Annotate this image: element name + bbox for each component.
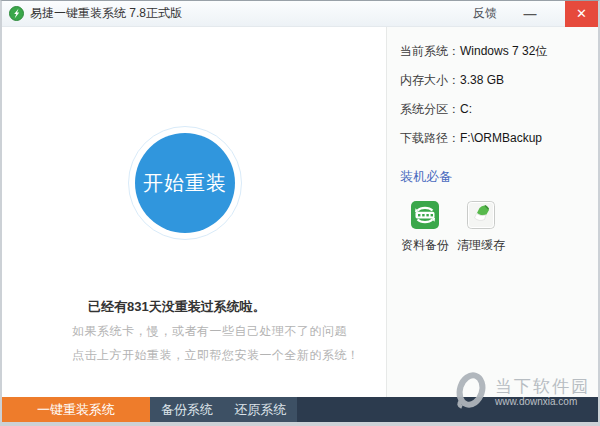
shortcut-label: 资料备份: [400, 237, 450, 254]
info-label: 下载路径：: [400, 131, 460, 145]
essentials-shortcuts: 资料备份 清理缓存: [400, 201, 598, 254]
info-label: 当前系统：: [400, 44, 460, 58]
info-value: 3.38 GB: [460, 73, 504, 87]
tab-backup-system[interactable]: 备份系统: [150, 397, 224, 422]
title-bar: 易捷一键重装系统 7.8正式版 反馈 — ✕: [2, 1, 598, 27]
info-value: C:: [460, 102, 472, 116]
info-row-current-system: 当前系统：Windows 7 32位: [400, 37, 598, 66]
main-area: 开始重装 已经有831天没重装过系统啦。 如果系统卡，慢，或者有一些自己处理不了…: [2, 27, 598, 397]
tab-one-click-reinstall[interactable]: 一键重装系统: [2, 397, 150, 422]
data-backup-icon: [400, 201, 450, 229]
reinstall-panel: 开始重装 已经有831天没重装过系统啦。 如果系统卡，慢，或者有一些自己处理不了…: [2, 27, 386, 397]
window-title: 易捷一键重装系统 7.8正式版: [30, 5, 182, 22]
info-value: F:\ORMBackup: [460, 131, 542, 145]
feedback-button[interactable]: 反馈: [473, 5, 497, 22]
start-reinstall-button[interactable]: 开始重装: [135, 133, 235, 233]
hint-line-2: 点击上方开始重装，立即帮您安装一个全新的系统！: [72, 347, 360, 364]
minimize-button[interactable]: —: [519, 1, 541, 27]
app-logo-icon: [9, 6, 24, 21]
info-row-system-partition: 系统分区：C:: [400, 95, 598, 124]
system-info-panel: 当前系统：Windows 7 32位 内存大小：3.38 GB 系统分区：C: …: [386, 27, 598, 397]
hint-line-1: 如果系统卡，慢，或者有一些自己处理不了的问题: [72, 323, 347, 340]
info-label: 内存大小：: [400, 73, 460, 87]
start-button-ring: 开始重装: [128, 126, 242, 240]
app-window: 易捷一键重装系统 7.8正式版 反馈 — ✕ 开始重装 已经有831天没重装过系…: [0, 0, 600, 426]
days-since-reinstall-text: 已经有831天没重装过系统啦。: [88, 298, 266, 316]
clear-cache-shortcut[interactable]: 清理缓存: [456, 201, 506, 254]
titlebar-controls: 反馈 — ✕: [473, 1, 598, 26]
clear-cache-icon: [456, 201, 506, 229]
tabbar-filler: [297, 397, 598, 422]
data-backup-shortcut[interactable]: 资料备份: [400, 201, 450, 254]
info-row-download-path: 下载路径：F:\ORMBackup: [400, 124, 598, 153]
tab-restore-system[interactable]: 还原系统: [224, 397, 297, 422]
shortcut-label: 清理缓存: [456, 237, 506, 254]
info-label: 系统分区：: [400, 102, 460, 116]
bottom-tab-bar: 一键重装系统 备份系统 还原系统: [2, 397, 598, 422]
info-value: Windows 7 32位: [460, 44, 547, 58]
info-row-memory-size: 内存大小：3.38 GB: [400, 66, 598, 95]
essentials-title: 装机必备: [400, 168, 598, 186]
close-button[interactable]: ✕: [565, 1, 598, 27]
